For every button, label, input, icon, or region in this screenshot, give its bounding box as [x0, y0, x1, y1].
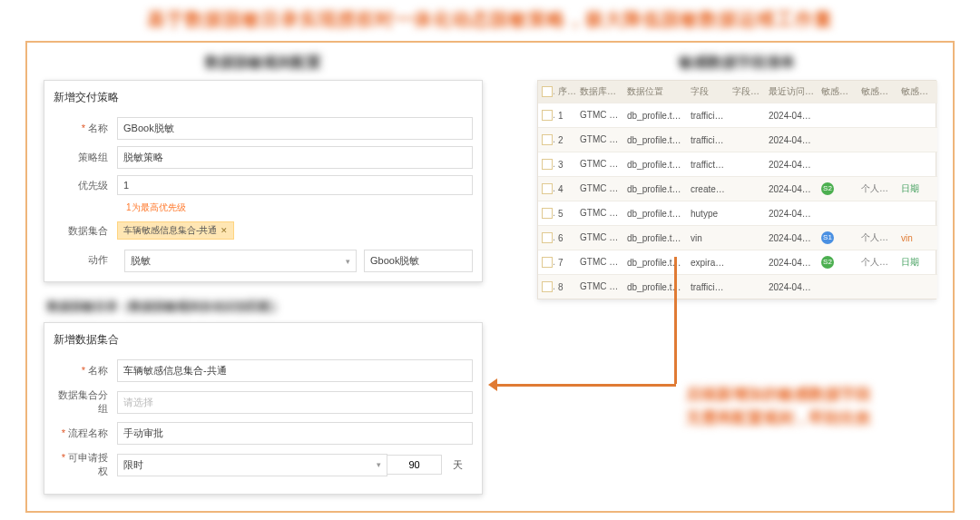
- cell-loc: db_profile.tbltr...: [623, 103, 687, 128]
- ds-flow-input[interactable]: 手动审批: [117, 422, 473, 445]
- data-table-wrap: 序号数据库实例数据位置字段字段注释最近访问日期敏感数据级别敏感数据类别敏感数据类…: [537, 80, 936, 299]
- row-checkbox[interactable]: [542, 281, 553, 292]
- table-row[interactable]: 7GTMC · 整...db_profile.tbltr...expirati.…: [538, 250, 937, 275]
- cell-field: trafficinfo: [687, 103, 729, 128]
- table-row[interactable]: 1GTMC · 整...db_profile.tbltr...trafficin…: [538, 103, 937, 128]
- cell-loc: db_profile.tbltr...: [623, 275, 687, 299]
- ds-auth-unit: 天: [442, 458, 473, 472]
- cell-field: trafficinf...: [687, 128, 729, 152]
- sensitive-data-table: 序号数据库实例数据位置字段字段注释最近访问日期敏感数据级别敏感数据类别敏感数据类…: [538, 81, 937, 299]
- table-row[interactable]: 5GTMC · 整...db_profile.tbltr...hutype202…: [538, 201, 937, 226]
- page-headline: 基于数据脱敏目录实现授权时一体化动态脱敏策略，极大降低脱敏数据运维工作量: [0, 0, 980, 35]
- left-section-title: 数据脱敏规则配置: [44, 54, 483, 73]
- row-checkbox[interactable]: [542, 257, 553, 268]
- ds-auth-value: 限时: [123, 458, 143, 472]
- cell-level: 个人敏...: [858, 177, 897, 201]
- table-header[interactable]: 最近访问日期: [765, 81, 818, 103]
- table-header[interactable]: 数据库实例: [576, 81, 623, 103]
- cell-idx: 8: [554, 275, 576, 299]
- cell-db: GTMC · 整...: [576, 201, 623, 226]
- cell-note: [729, 275, 765, 299]
- action-side-input[interactable]: Gbook脱敏: [364, 250, 473, 272]
- policy-name-input[interactable]: GBook脱敏: [117, 117, 473, 140]
- table-header[interactable]: 敏感数据类型: [897, 81, 937, 103]
- row-checkbox[interactable]: [542, 208, 553, 219]
- chevron-down-icon: ▾: [346, 257, 350, 266]
- policy-name-label: 名称: [54, 122, 117, 135]
- cell-badge: S2: [818, 177, 858, 201]
- ds-auth-days-input[interactable]: [387, 455, 442, 475]
- cell-date: 2024-04-18...: [765, 103, 818, 128]
- cell-db: GTMC · 整...: [576, 226, 623, 250]
- cell-idx: 4: [554, 177, 576, 201]
- table-header[interactable]: 字段: [687, 81, 729, 103]
- cell-field: expirati...: [687, 250, 729, 275]
- cell-level: [858, 128, 897, 152]
- arrow-caption-line1: 后续新增加的敏感数据字段: [599, 383, 957, 407]
- right-section-title: 敏感数据字段清单: [537, 54, 936, 73]
- cell-level: [858, 103, 897, 128]
- cell-loc: db_profile.tbltr...: [623, 201, 687, 226]
- row-checkbox[interactable]: [542, 159, 553, 170]
- ds-name-input[interactable]: 车辆敏感信息集合-共通: [117, 359, 473, 382]
- table-row[interactable]: 4GTMC · 整...db_profile.tbltr...created..…: [538, 177, 937, 201]
- arrow-vertical: [674, 257, 677, 384]
- action-dropdown[interactable]: 脱敏 ▾: [124, 250, 357, 272]
- table-header[interactable]: 数据位置: [623, 81, 687, 103]
- checkbox-all[interactable]: [542, 86, 553, 97]
- chevron-down-icon: ▾: [377, 460, 381, 469]
- cell-type: [897, 128, 937, 152]
- table-row[interactable]: 8GTMC · 整...db_profile.tbltr...trafficin…: [538, 275, 937, 299]
- cell-note: [729, 250, 765, 275]
- cell-db: GTMC · 整...: [576, 250, 623, 275]
- row-checkbox[interactable]: [542, 232, 553, 243]
- cell-field: trafficto...: [687, 152, 729, 177]
- cell-db: GTMC · 整...: [576, 103, 623, 128]
- priority-input[interactable]: 1: [117, 175, 473, 195]
- table-header[interactable]: 序号: [554, 81, 576, 103]
- cell-type: 日期: [897, 177, 937, 201]
- arrow-caption: 后续新增加的敏感数据字段 无需再配置规则，即刻生效: [599, 383, 957, 429]
- ds-group-select[interactable]: 请选择: [117, 391, 473, 414]
- priority-hint: 1为最高优先级: [117, 201, 473, 214]
- cell-type: vin: [897, 226, 937, 250]
- cell-date: 2024-04-18...: [765, 152, 818, 177]
- cell-loc: db_profile.tbltr...: [623, 177, 687, 201]
- cell-badge: [818, 152, 858, 177]
- cell-note: [729, 226, 765, 250]
- dataset-tag[interactable]: 车辆敏感信息集合-共通 ✕: [117, 221, 234, 240]
- row-checkbox[interactable]: [542, 183, 553, 194]
- main-frame: 数据脱敏规则配置 新增交付策略 名称 GBook脱敏 策略组 脱敏策略 优先级 …: [25, 41, 955, 513]
- cell-type: 日期: [897, 250, 937, 275]
- cell-badge: S1: [818, 226, 858, 250]
- cell-badge: [818, 275, 858, 299]
- cell-badge: [818, 128, 858, 152]
- ds-auth-dropdown[interactable]: 限时 ▾: [117, 454, 387, 476]
- policy-group-input[interactable]: 脱敏策略: [117, 146, 473, 169]
- table-header[interactable]: 字段注释: [729, 81, 765, 103]
- table-header[interactable]: 敏感数据级别: [818, 81, 858, 103]
- close-icon[interactable]: ✕: [220, 226, 228, 235]
- table-header[interactable]: [538, 81, 554, 103]
- ds-flow-label: 流程名称: [54, 427, 117, 440]
- dataset-form-panel: 新增数据集合 名称 车辆敏感信息集合-共通 数据集合分组 请选择 流程名称 手动…: [44, 322, 483, 495]
- table-row[interactable]: 2GTMC · 整...db_profile.tbltr...trafficin…: [538, 128, 937, 152]
- right-column: 敏感数据字段清单 序号数据库实例数据位置字段字段注释最近访问日期敏感数据级别敏感…: [537, 52, 936, 498]
- cell-level: [858, 275, 897, 299]
- cell-note: [729, 103, 765, 128]
- cell-note: [729, 177, 765, 201]
- cell-type: [897, 152, 937, 177]
- table-row[interactable]: 6GTMC · 整...db_profile.tbltr...vin2024-0…: [538, 226, 937, 250]
- table-header[interactable]: 敏感数据类别: [858, 81, 897, 103]
- cell-db: GTMC · 整...: [576, 128, 623, 152]
- dataset-label: 数据集合: [54, 224, 117, 238]
- row-checkbox[interactable]: [542, 134, 553, 145]
- action-label: 动作: [54, 250, 117, 272]
- cell-date: 2024-04-18...: [765, 177, 818, 201]
- row-checkbox[interactable]: [542, 110, 553, 121]
- cell-field: hutype: [687, 201, 729, 226]
- cell-badge: S2: [818, 250, 858, 275]
- cell-db: GTMC · 整...: [576, 275, 623, 299]
- cell-idx: 6: [554, 226, 576, 250]
- table-row[interactable]: 3GTMC · 整...db_profile.tbltr...trafficto…: [538, 152, 937, 177]
